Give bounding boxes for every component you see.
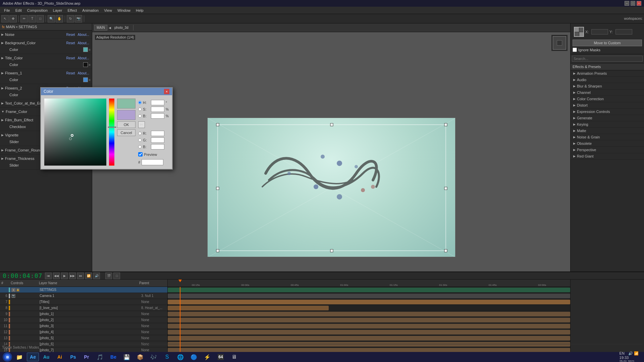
taskbar-audition[interactable]: Au — [40, 353, 52, 361]
menu-composition[interactable]: Composition — [24, 8, 50, 13]
track-bar-photo3[interactable] — [168, 324, 570, 328]
taskbar-app64[interactable]: 64 — [215, 353, 227, 361]
preset-audio[interactable]: ▶ Audio — [571, 77, 644, 83]
tool-hand[interactable]: ✋ — [56, 15, 63, 22]
taskbar-skype[interactable]: S — [161, 353, 173, 361]
preset-keying[interactable]: ▶ Keying — [571, 121, 644, 128]
layer-photo5[interactable]: 13 [photo_5] None — [0, 335, 167, 341]
preset-distort[interactable]: ▶ Distort — [571, 102, 644, 109]
bright-radio[interactable] — [138, 114, 142, 118]
taskbar-flash[interactable]: ⚡ — [201, 353, 213, 361]
flowers1-reset[interactable]: Reset — [65, 71, 76, 75]
bg-color-swatch[interactable] — [83, 47, 88, 52]
flowers1-about[interactable]: About... — [76, 71, 91, 75]
tool-camera[interactable]: 📷 — [75, 15, 82, 22]
bg-color-expand[interactable]: ▶ — [1, 41, 4, 45]
preset-obsolete[interactable]: ▶ Obsolete — [571, 140, 644, 147]
bg-color-swatch-arrow[interactable]: ≡ — [88, 48, 91, 52]
color-gradient-field[interactable] — [44, 99, 106, 166]
frame-thickness-expand[interactable]: ▶ — [1, 157, 4, 160]
taskbar-bridge[interactable]: 💾 — [121, 353, 133, 361]
ignore-masks-checkbox[interactable] — [573, 48, 577, 52]
blue-input[interactable]: 165 — [151, 144, 164, 149]
comp-tab-main[interactable]: MAIN — [94, 25, 107, 31]
red-input[interactable]: 135 — [151, 131, 164, 136]
noise-expand[interactable]: ▶ — [1, 33, 4, 36]
layer-i-love-you[interactable]: 8 [I_love_you] 8. Heart_at_... — [0, 305, 167, 311]
layer-photo3[interactable]: 11 [photo_3] None — [0, 323, 167, 329]
x-input[interactable]: 5 — [591, 29, 608, 35]
taskbar-behance[interactable]: Be — [107, 353, 119, 361]
new-composition-btn[interactable]: 🎬 — [105, 273, 112, 279]
red-radio[interactable] — [138, 132, 142, 135]
frame-corner-expand[interactable]: ▶ — [1, 148, 4, 152]
layer-titles[interactable]: 7 [Titles] None — [0, 299, 167, 305]
color-picker-header[interactable]: Color × — [41, 88, 172, 95]
flowers1-expand[interactable]: ▶ — [1, 71, 4, 75]
loop-btn[interactable]: 🔁 — [85, 273, 92, 279]
taskbar-premiere[interactable]: Pr — [80, 353, 93, 361]
title-color-expand[interactable]: ▶ — [1, 56, 4, 60]
layer-photo4[interactable]: 12 [photo_4] None — [0, 329, 167, 335]
layer-photo2[interactable]: 10 [photo_2] None — [0, 317, 167, 323]
preset-generate[interactable]: ▶ Generate — [571, 115, 644, 121]
noise-about[interactable]: About... — [76, 33, 91, 37]
color-picker-close[interactable]: × — [164, 89, 169, 94]
preset-animation-presets[interactable]: ▶ Animation Presets — [571, 70, 644, 77]
taskbar-chrome[interactable]: 🔵 — [188, 353, 200, 361]
comp-tab-photo[interactable]: photo_3d — [112, 25, 130, 30]
tool-pen[interactable]: ✏ — [20, 15, 28, 22]
green-radio[interactable] — [138, 138, 142, 142]
hue-slider[interactable] — [109, 99, 114, 166]
preview-checkbox[interactable] — [138, 152, 143, 157]
next-frame-btn[interactable]: ▶▶ — [69, 273, 76, 279]
preset-noise-grain[interactable]: ▶ Noise & Grain — [571, 134, 644, 140]
taskbar-browser[interactable]: 🌐 — [174, 353, 186, 361]
maximize-button[interactable]: □ — [631, 1, 635, 6]
vignette-expand[interactable]: ▶ — [1, 133, 4, 137]
play-btn[interactable]: ▶ — [61, 273, 68, 279]
audio-btn[interactable]: 🔊 — [93, 273, 100, 279]
preset-red-giant[interactable]: ▶ Red Giant — [571, 153, 644, 160]
tool-text[interactable]: T — [29, 15, 36, 22]
menu-animation[interactable]: Animation — [79, 8, 101, 13]
title-color-swatch-arrow[interactable]: ≡ — [88, 63, 91, 67]
menu-effect[interactable]: Effect — [65, 8, 79, 13]
film-burn-expand[interactable]: ▶ — [1, 118, 4, 122]
track-bar-photo5[interactable] — [168, 336, 570, 341]
menu-file[interactable]: File — [1, 8, 13, 13]
title-color-about[interactable]: About... — [76, 56, 91, 60]
preset-perspective[interactable]: ▶ Perspective — [571, 147, 644, 153]
menu-view[interactable]: View — [101, 8, 115, 13]
taskbar-app6[interactable]: 🎵 — [94, 353, 106, 361]
close-button[interactable]: × — [637, 1, 641, 6]
tool-move[interactable]: ✥ — [9, 15, 17, 22]
title-color-reset[interactable]: Reset — [65, 56, 76, 60]
bg-color-reset[interactable]: Reset — [65, 41, 76, 45]
flowers2-expand[interactable]: ▶ — [1, 86, 4, 90]
preset-blur-sharpen[interactable]: ▶ Blur & Sharpen — [571, 83, 644, 89]
first-frame-btn[interactable]: ⏮ — [45, 273, 52, 279]
flowers1-swatch[interactable] — [83, 77, 88, 82]
hex-input[interactable]: 87BEA5 — [142, 159, 163, 165]
y-input[interactable] — [615, 29, 632, 35]
track-bar-camera[interactable] — [168, 294, 570, 298]
text-end-expand[interactable]: ▶ — [1, 102, 4, 105]
sat-input[interactable]: 29 — [151, 107, 164, 112]
taskbar-aftereffects[interactable]: Ae — [27, 353, 39, 361]
noise-reset[interactable]: Reset — [65, 33, 76, 37]
layer-camera[interactable]: 6 📷 Camera 1 3. Null 1 — [0, 293, 167, 299]
layer-solo-btn[interactable]: ● — [11, 288, 15, 292]
bright-input[interactable]: 75 — [151, 113, 164, 119]
track-bar-photo1[interactable] — [168, 312, 570, 316]
hue-input[interactable]: 152 — [151, 100, 164, 105]
menu-layer[interactable]: Layer — [50, 8, 65, 13]
start-button[interactable]: ⊞ — [3, 352, 12, 362]
minimize-button[interactable]: – — [625, 1, 629, 6]
move-to-custom-button[interactable]: Move to Custom — [573, 40, 642, 46]
title-color-swatch[interactable] — [83, 62, 88, 67]
prev-frame-btn[interactable]: ◀◀ — [53, 273, 60, 279]
menu-help[interactable]: Help — [133, 8, 146, 13]
taskbar-app-last[interactable]: 🖥 — [228, 353, 240, 361]
track-bar-photo4[interactable] — [168, 330, 570, 335]
